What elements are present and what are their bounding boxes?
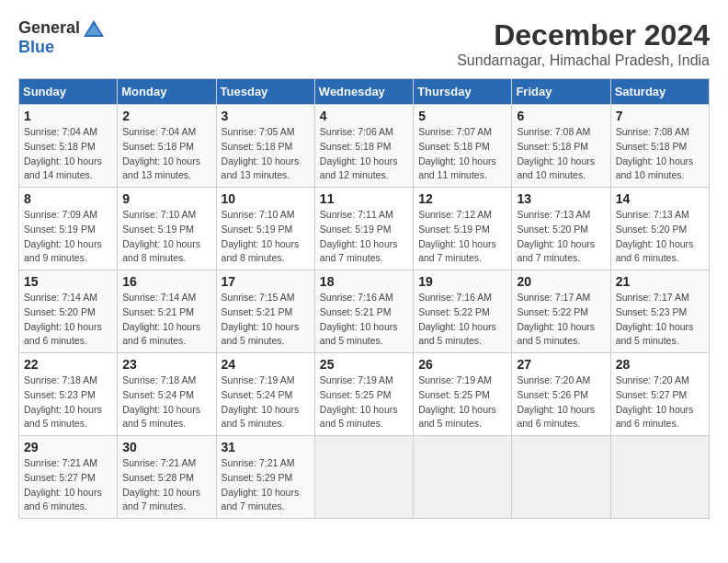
calendar-week-1: 1 Sunrise: 7:04 AM Sunset: 5:18 PM Dayli… — [19, 105, 710, 188]
day-number: 3 — [222, 109, 310, 123]
calendar-cell — [314, 436, 413, 519]
day-number: 22 — [24, 357, 112, 372]
calendar-week-4: 22 Sunrise: 7:18 AM Sunset: 5:23 PM Dayl… — [19, 353, 710, 436]
day-info: Sunrise: 7:19 AM Sunset: 5:24 PM Dayligh… — [222, 373, 310, 431]
day-info: Sunrise: 7:04 AM Sunset: 5:18 PM Dayligh… — [24, 125, 112, 183]
day-number: 2 — [122, 109, 210, 123]
calendar-cell: 17 Sunrise: 7:15 AM Sunset: 5:21 PM Dayl… — [216, 270, 314, 353]
day-number: 13 — [517, 191, 605, 206]
col-saturday: Saturday — [610, 79, 709, 105]
day-info: Sunrise: 7:12 AM Sunset: 5:19 PM Dayligh… — [418, 208, 506, 266]
day-info: Sunrise: 7:13 AM Sunset: 5:20 PM Dayligh… — [517, 208, 605, 266]
calendar-cell: 13 Sunrise: 7:13 AM Sunset: 5:20 PM Dayl… — [512, 188, 610, 270]
day-number: 17 — [222, 274, 310, 289]
calendar-cell: 16 Sunrise: 7:14 AM Sunset: 5:21 PM Dayl… — [118, 270, 216, 353]
day-info: Sunrise: 7:14 AM Sunset: 5:20 PM Dayligh… — [24, 291, 112, 349]
logo: General Blue — [18, 18, 104, 57]
day-info: Sunrise: 7:08 AM Sunset: 5:18 PM Dayligh… — [517, 125, 605, 183]
calendar-cell: 23 Sunrise: 7:18 AM Sunset: 5:24 PM Dayl… — [118, 353, 216, 436]
calendar-cell: 8 Sunrise: 7:09 AM Sunset: 5:19 PM Dayli… — [19, 188, 118, 270]
calendar-table: Sunday Monday Tuesday Wednesday Thursday… — [18, 78, 710, 519]
day-info: Sunrise: 7:08 AM Sunset: 5:18 PM Dayligh… — [616, 125, 704, 183]
calendar-cell: 11 Sunrise: 7:11 AM Sunset: 5:19 PM Dayl… — [314, 188, 413, 270]
day-number: 1 — [24, 109, 112, 123]
day-info: Sunrise: 7:16 AM Sunset: 5:21 PM Dayligh… — [320, 291, 408, 349]
day-info: Sunrise: 7:14 AM Sunset: 5:21 PM Dayligh… — [122, 291, 210, 349]
col-wednesday: Wednesday — [314, 79, 413, 105]
calendar-cell: 6 Sunrise: 7:08 AM Sunset: 5:18 PM Dayli… — [512, 105, 610, 188]
day-number: 21 — [616, 274, 704, 289]
calendar-cell: 3 Sunrise: 7:05 AM Sunset: 5:18 PM Dayli… — [216, 105, 314, 188]
day-number: 20 — [517, 274, 605, 289]
day-info: Sunrise: 7:19 AM Sunset: 5:25 PM Dayligh… — [418, 373, 506, 431]
day-number: 27 — [517, 357, 605, 372]
day-number: 23 — [122, 357, 210, 372]
day-number: 16 — [122, 274, 210, 289]
day-number: 8 — [24, 191, 112, 206]
calendar-cell: 9 Sunrise: 7:10 AM Sunset: 5:19 PM Dayli… — [118, 188, 216, 270]
calendar-week-2: 8 Sunrise: 7:09 AM Sunset: 5:19 PM Dayli… — [19, 188, 710, 270]
calendar-cell: 26 Sunrise: 7:19 AM Sunset: 5:25 PM Dayl… — [414, 353, 512, 436]
calendar-cell: 14 Sunrise: 7:13 AM Sunset: 5:20 PM Dayl… — [610, 188, 709, 270]
col-friday: Friday — [512, 79, 610, 105]
col-sunday: Sunday — [19, 79, 118, 105]
day-info: Sunrise: 7:10 AM Sunset: 5:19 PM Dayligh… — [122, 208, 210, 266]
day-number: 29 — [24, 440, 112, 454]
day-number: 26 — [418, 357, 506, 372]
subtitle: Sundarnagar, Himachal Pradesh, India — [457, 52, 710, 69]
calendar-cell: 1 Sunrise: 7:04 AM Sunset: 5:18 PM Dayli… — [19, 105, 118, 188]
calendar-cell: 5 Sunrise: 7:07 AM Sunset: 5:18 PM Dayli… — [414, 105, 512, 188]
day-info: Sunrise: 7:05 AM Sunset: 5:18 PM Dayligh… — [222, 125, 310, 183]
day-info: Sunrise: 7:06 AM Sunset: 5:18 PM Dayligh… — [320, 125, 408, 183]
day-number: 6 — [517, 109, 605, 123]
day-number: 10 — [222, 191, 310, 206]
day-number: 25 — [320, 357, 408, 372]
logo-blue: Blue — [18, 38, 54, 57]
day-info: Sunrise: 7:19 AM Sunset: 5:25 PM Dayligh… — [320, 373, 408, 431]
header: General Blue December 2024 Sundarnagar, … — [18, 18, 710, 69]
logo-icon — [84, 20, 104, 37]
day-info: Sunrise: 7:20 AM Sunset: 5:27 PM Dayligh… — [616, 373, 704, 431]
day-info: Sunrise: 7:18 AM Sunset: 5:23 PM Dayligh… — [24, 373, 112, 431]
calendar-cell: 28 Sunrise: 7:20 AM Sunset: 5:27 PM Dayl… — [610, 353, 709, 436]
day-info: Sunrise: 7:17 AM Sunset: 5:23 PM Dayligh… — [616, 291, 704, 349]
calendar-cell: 2 Sunrise: 7:04 AM Sunset: 5:18 PM Dayli… — [118, 105, 216, 188]
day-number: 4 — [320, 109, 408, 123]
day-info: Sunrise: 7:15 AM Sunset: 5:21 PM Dayligh… — [222, 291, 310, 349]
day-number: 7 — [616, 109, 704, 123]
calendar-cell — [512, 436, 610, 519]
month-title: December 2024 — [457, 18, 710, 52]
day-number: 5 — [418, 109, 506, 123]
calendar-cell: 18 Sunrise: 7:16 AM Sunset: 5:21 PM Dayl… — [314, 270, 413, 353]
calendar-cell: 30 Sunrise: 7:21 AM Sunset: 5:28 PM Dayl… — [118, 436, 216, 519]
calendar-cell: 31 Sunrise: 7:21 AM Sunset: 5:29 PM Dayl… — [216, 436, 314, 519]
day-info: Sunrise: 7:10 AM Sunset: 5:19 PM Dayligh… — [222, 208, 310, 266]
calendar-cell: 20 Sunrise: 7:17 AM Sunset: 5:22 PM Dayl… — [512, 270, 610, 353]
title-area: December 2024 Sundarnagar, Himachal Prad… — [457, 18, 710, 69]
day-info: Sunrise: 7:20 AM Sunset: 5:26 PM Dayligh… — [517, 373, 605, 431]
day-info: Sunrise: 7:11 AM Sunset: 5:19 PM Dayligh… — [320, 208, 408, 266]
calendar-cell: 19 Sunrise: 7:16 AM Sunset: 5:22 PM Dayl… — [414, 270, 512, 353]
calendar-cell: 12 Sunrise: 7:12 AM Sunset: 5:19 PM Dayl… — [414, 188, 512, 270]
header-row: Sunday Monday Tuesday Wednesday Thursday… — [19, 79, 710, 105]
day-info: Sunrise: 7:04 AM Sunset: 5:18 PM Dayligh… — [122, 125, 210, 183]
day-number: 14 — [616, 191, 704, 206]
day-number: 24 — [222, 357, 310, 372]
day-info: Sunrise: 7:13 AM Sunset: 5:20 PM Dayligh… — [616, 208, 704, 266]
calendar-cell: 4 Sunrise: 7:06 AM Sunset: 5:18 PM Dayli… — [314, 105, 413, 188]
day-info: Sunrise: 7:18 AM Sunset: 5:24 PM Dayligh… — [122, 373, 210, 431]
day-info: Sunrise: 7:17 AM Sunset: 5:22 PM Dayligh… — [517, 291, 605, 349]
calendar-cell: 29 Sunrise: 7:21 AM Sunset: 5:27 PM Dayl… — [19, 436, 118, 519]
day-info: Sunrise: 7:21 AM Sunset: 5:27 PM Dayligh… — [24, 456, 112, 514]
col-tuesday: Tuesday — [216, 79, 314, 105]
day-info: Sunrise: 7:09 AM Sunset: 5:19 PM Dayligh… — [24, 208, 112, 266]
calendar-cell — [414, 436, 512, 519]
calendar-cell — [610, 436, 709, 519]
day-info: Sunrise: 7:21 AM Sunset: 5:28 PM Dayligh… — [122, 456, 210, 514]
col-monday: Monday — [118, 79, 216, 105]
day-number: 18 — [320, 274, 408, 289]
day-info: Sunrise: 7:07 AM Sunset: 5:18 PM Dayligh… — [418, 125, 506, 183]
day-info: Sunrise: 7:16 AM Sunset: 5:22 PM Dayligh… — [418, 291, 506, 349]
calendar-cell: 27 Sunrise: 7:20 AM Sunset: 5:26 PM Dayl… — [512, 353, 610, 436]
col-thursday: Thursday — [414, 79, 512, 105]
